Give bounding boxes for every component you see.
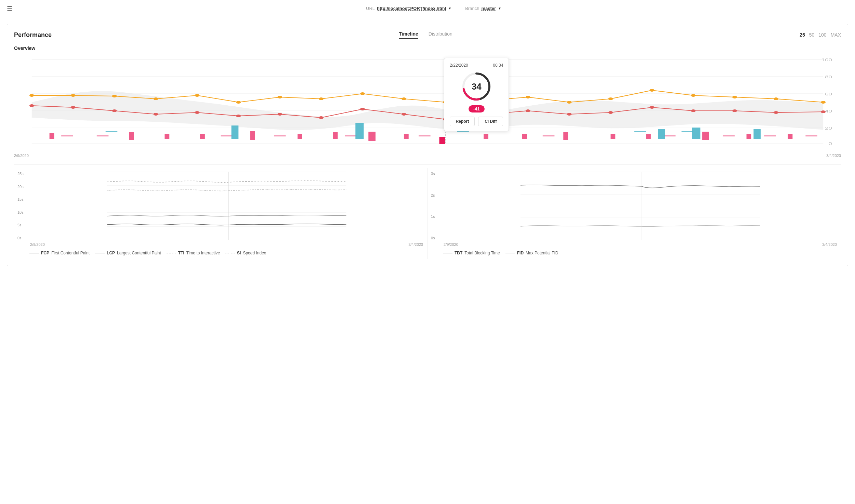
page-size-controls: 25 50 100 MAX [800, 32, 841, 38]
score-delta: -41 [450, 105, 503, 112]
svg-rect-69 [747, 134, 751, 139]
svg-point-15 [154, 97, 158, 100]
left-y-labels: 25s 20s 15s 10s 5s 0s [17, 172, 24, 240]
legend-tti: TTI Time to Interactive [167, 251, 220, 255]
right-y-labels: 3s 2s 1s 0s [431, 172, 435, 240]
bottom-charts: 25s 20s 15s 10s 5s 0s [14, 164, 841, 259]
legend-right: TBT Total Blocking Time FID Max Potentia… [443, 251, 838, 255]
svg-text:20: 20 [825, 126, 832, 130]
svg-rect-73 [221, 135, 233, 136]
svg-point-47 [649, 106, 654, 109]
url-label: URL [366, 6, 375, 11]
svg-point-28 [691, 94, 696, 97]
svg-rect-63 [484, 134, 488, 139]
report-button[interactable]: Report [450, 117, 475, 126]
svg-rect-55 [165, 134, 169, 139]
branch-label: Branch [465, 6, 479, 11]
ci-diff-button[interactable]: CI Diff [478, 117, 503, 126]
legend-tbt-line [443, 253, 452, 253]
svg-rect-57 [250, 131, 255, 140]
url-control: URL http://localhost:PORT/index.html ▼ [366, 6, 451, 11]
svg-point-25 [567, 101, 572, 104]
tooltip-buttons: Report CI Diff [450, 117, 503, 126]
svg-text:0: 0 [829, 142, 832, 146]
svg-rect-87 [355, 123, 364, 139]
svg-point-26 [608, 97, 613, 100]
svg-rect-61 [404, 134, 409, 139]
score-circle: 34 [461, 71, 492, 102]
svg-point-39 [319, 116, 324, 119]
svg-rect-58 [298, 134, 302, 139]
svg-point-16 [195, 94, 200, 97]
svg-rect-67 [646, 134, 651, 139]
svg-rect-78 [664, 135, 676, 136]
svg-text:40: 40 [825, 109, 832, 113]
score-number: 34 [472, 81, 482, 92]
page-size-50[interactable]: 50 [809, 32, 815, 38]
branch-dropdown-arrow[interactable]: ▼ [498, 6, 501, 10]
date-start: 2/9/2020 [14, 154, 29, 158]
page-size-100[interactable]: 100 [818, 32, 826, 38]
legend-si: SI Speed Index [225, 251, 266, 255]
overview-label: Overview [14, 45, 841, 51]
page-size-max[interactable]: MAX [831, 32, 841, 38]
right-sub-chart-svg [443, 172, 838, 240]
svg-rect-54 [129, 132, 134, 140]
svg-rect-75 [345, 135, 357, 136]
svg-point-51 [821, 110, 826, 113]
svg-point-18 [277, 96, 282, 98]
svg-rect-86 [232, 125, 239, 139]
legend-si-line [225, 253, 235, 253]
main-content: Performance Timeline Distribution 25 50 … [0, 17, 855, 273]
svg-rect-77 [543, 135, 555, 136]
svg-point-12 [29, 94, 34, 97]
svg-rect-56 [200, 134, 205, 139]
svg-text:60: 60 [825, 92, 832, 96]
legend-left: FCP First Contentful Paint LCP Largest C… [29, 251, 424, 255]
hamburger-icon[interactable]: ☰ [7, 5, 12, 12]
legend-lcp: LCP Largest Contentful Paint [95, 251, 161, 255]
svg-rect-84 [634, 131, 646, 132]
svg-rect-83 [457, 131, 469, 132]
tab-timeline[interactable]: Timeline [399, 31, 418, 39]
left-date-labels: 2/9/2020 3/4/2020 [29, 242, 424, 247]
svg-point-49 [732, 109, 737, 112]
top-bar: ☰ URL http://localhost:PORT/index.html ▼… [0, 0, 855, 17]
legend-tbt: TBT Total Blocking Time [443, 251, 500, 255]
left-sub-chart-svg [29, 172, 424, 240]
svg-rect-80 [764, 135, 776, 136]
page-size-25[interactable]: 25 [800, 32, 805, 38]
legend-fid-line [505, 253, 515, 253]
legend-tti-line [167, 253, 176, 253]
tooltip-score-area: 34 [450, 71, 503, 102]
url-value[interactable]: http://localhost:PORT/index.html [377, 6, 446, 11]
legend-fcp-line [29, 253, 39, 253]
svg-rect-81 [805, 135, 817, 136]
tab-distribution[interactable]: Distribution [429, 31, 452, 39]
svg-rect-70 [788, 134, 793, 139]
svg-point-36 [195, 111, 200, 114]
svg-point-45 [567, 113, 572, 116]
svg-rect-60 [368, 132, 376, 141]
branch-value[interactable]: master [481, 6, 496, 11]
url-dropdown-arrow[interactable]: ▼ [448, 6, 451, 10]
branch-control: Branch master ▼ [465, 6, 501, 11]
svg-rect-65 [563, 132, 568, 140]
svg-rect-76 [419, 135, 431, 136]
performance-card: Performance Timeline Distribution 25 50 … [7, 24, 848, 266]
svg-point-35 [154, 113, 158, 116]
card-title: Performance [14, 31, 52, 39]
delta-badge: -41 [469, 105, 485, 112]
svg-rect-68 [702, 132, 709, 140]
svg-point-21 [402, 97, 406, 100]
svg-point-24 [526, 96, 530, 98]
date-end: 3/4/2020 [826, 154, 841, 158]
card-header: Performance Timeline Distribution 25 50 … [14, 31, 841, 39]
svg-point-32 [29, 104, 34, 107]
svg-rect-74 [274, 135, 286, 136]
svg-rect-72 [97, 135, 109, 136]
svg-rect-59 [333, 132, 338, 139]
svg-point-27 [649, 89, 654, 92]
svg-rect-71 [61, 135, 73, 136]
svg-point-14 [112, 95, 117, 97]
